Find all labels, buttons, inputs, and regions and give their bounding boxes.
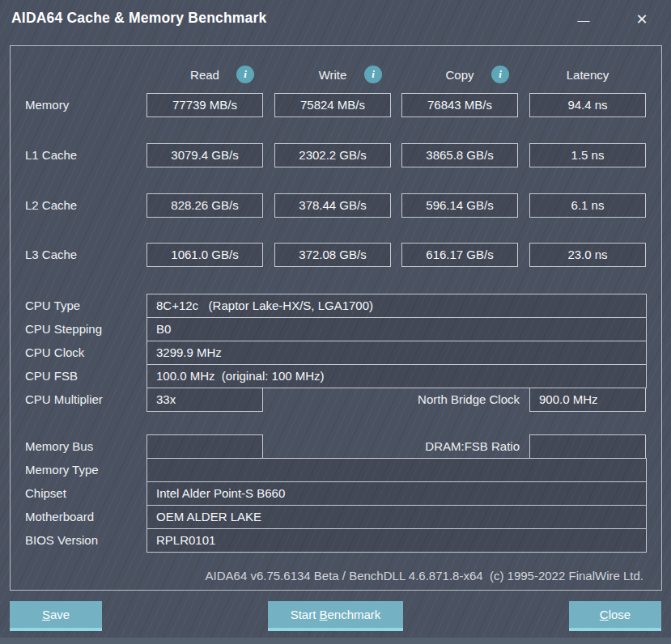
column-header-copy: Copy i xyxy=(401,66,518,86)
benchmark-window: { "window": { "title": "AIDA64 Cache & M… xyxy=(0,0,671,644)
bios-version-row: BIOS Version RPLR0101 xyxy=(11,528,661,553)
memory-bus-label: Memory Bus xyxy=(25,434,93,459)
memory-type-label: Memory Type xyxy=(25,458,99,482)
l3-write-value: 372.08 GB/s xyxy=(274,243,391,267)
copy-header-label: Copy xyxy=(445,68,474,82)
motherboard-value: OEM ALDER LAKE xyxy=(147,505,647,529)
read-header-label: Read xyxy=(190,68,219,82)
cpu-multiplier-label: CPU Multiplier xyxy=(25,388,103,412)
memory-bus-value xyxy=(147,434,263,459)
row-label-l2-cache: L2 Cache xyxy=(25,193,77,218)
chipset-row: Chipset Intel Alder Point-S B660 xyxy=(11,481,661,506)
l2-write-value: 378.44 GB/s xyxy=(274,193,391,218)
motherboard-label: Motherboard xyxy=(25,505,94,529)
memory-type-row: Memory Type xyxy=(11,458,661,482)
cpu-clock-value: 3299.9 MHz xyxy=(147,341,647,365)
start-benchmark-button[interactable]: Start Benchmark xyxy=(268,601,403,631)
dram-fsb-ratio-value xyxy=(529,434,646,459)
row-label-l1-cache: L1 Cache xyxy=(25,143,77,167)
info-icon-read[interactable]: i xyxy=(236,66,254,83)
minimize-icon: — xyxy=(578,13,590,27)
column-header-latency: Latency xyxy=(529,66,646,86)
info-icon-write[interactable]: i xyxy=(364,66,382,83)
cpu-fsb-label: CPU FSB xyxy=(25,364,78,388)
close-icon: ✕ xyxy=(635,11,648,28)
benchmark-row-l1: L1 Cache 3079.4 GB/s 2302.2 GB/s 3865.8 … xyxy=(11,143,661,167)
l1-copy-value: 3865.8 GB/s xyxy=(401,143,518,167)
window-bottom-edge xyxy=(0,638,671,644)
cpu-type-label: CPU Type xyxy=(25,294,80,318)
benchmark-row-l2: L2 Cache 828.26 GB/s 378.44 GB/s 596.14 … xyxy=(11,193,661,218)
memory-latency-value: 94.4 ns xyxy=(529,93,646,117)
info-icon-copy[interactable]: i xyxy=(491,66,509,83)
l1-write-value: 2302.2 GB/s xyxy=(274,143,391,167)
minimize-button[interactable]: — xyxy=(569,6,598,32)
write-header-label: Write xyxy=(319,68,347,82)
cpu-fsb-value: 100.0 MHz (original: 100 MHz) xyxy=(147,364,647,388)
chipset-label: Chipset xyxy=(25,481,66,506)
cpu-stepping-label: CPU Stepping xyxy=(25,317,102,341)
close-button[interactable]: ✕ xyxy=(627,6,656,32)
memory-bus-row: Memory Bus DRAM:FSB Ratio xyxy=(11,434,661,459)
motherboard-row: Motherboard OEM ALDER LAKE xyxy=(11,505,661,529)
save-button[interactable]: Save xyxy=(10,601,102,631)
l2-latency-value: 6.1 ns xyxy=(529,193,646,218)
dram-fsb-ratio-label: DRAM:FSB Ratio xyxy=(270,434,520,459)
row-label-l3-cache: L3 Cache xyxy=(25,243,77,267)
cpu-clock-row: CPU Clock 3299.9 MHz xyxy=(11,341,661,365)
bios-version-value: RPLR0101 xyxy=(147,528,647,553)
l3-read-value: 1061.0 GB/s xyxy=(147,243,263,267)
l1-read-value: 3079.4 GB/s xyxy=(147,143,263,167)
titlebar: AIDA64 Cache & Memory Benchmark — ✕ xyxy=(0,0,671,39)
latency-header-label: Latency xyxy=(567,68,609,82)
north-bridge-clock-label: North Bridge Clock xyxy=(270,388,520,412)
memory-read-value: 77739 MB/s xyxy=(147,93,263,117)
cpu-type-value: 8C+12c (Raptor Lake-HX/S, LGA1700) xyxy=(147,294,647,318)
l1-latency-value: 1.5 ns xyxy=(529,143,646,167)
content-panel: Read i Write i Copy i Latency Memory 777… xyxy=(10,45,662,591)
chipset-value: Intel Alder Point-S B660 xyxy=(147,481,647,506)
benchmark-row-memory: Memory 77739 MB/s 75824 MB/s 76843 MB/s … xyxy=(11,93,661,117)
memory-write-value: 75824 MB/s xyxy=(274,93,391,117)
column-header-write: Write i xyxy=(274,66,391,86)
cpu-multiplier-row: CPU Multiplier 33x North Bridge Clock 90… xyxy=(11,388,661,412)
l2-copy-value: 596.14 GB/s xyxy=(401,193,518,218)
memory-copy-value: 76843 MB/s xyxy=(401,93,518,117)
row-label-memory: Memory xyxy=(25,93,69,117)
close-dialog-button[interactable]: Close xyxy=(569,601,661,631)
l2-read-value: 828.26 GB/s xyxy=(147,193,263,218)
column-header-read: Read i xyxy=(147,66,263,86)
l3-copy-value: 616.17 GB/s xyxy=(401,243,518,267)
cpu-clock-label: CPU Clock xyxy=(25,341,84,365)
cpu-type-row: CPU Type 8C+12c (Raptor Lake-HX/S, LGA17… xyxy=(11,294,661,318)
cpu-fsb-row: CPU FSB 100.0 MHz (original: 100 MHz) xyxy=(11,364,661,388)
window-title: AIDA64 Cache & Memory Benchmark xyxy=(11,10,266,27)
north-bridge-clock-value: 900.0 MHz xyxy=(529,388,646,412)
benchmark-row-l3: L3 Cache 1061.0 GB/s 372.08 GB/s 616.17 … xyxy=(11,243,661,267)
cpu-stepping-value: B0 xyxy=(147,317,647,341)
bios-version-label: BIOS Version xyxy=(25,528,98,553)
l3-latency-value: 23.0 ns xyxy=(529,243,646,267)
version-footer: AIDA64 v6.75.6134 Beta / BenchDLL 4.6.87… xyxy=(206,569,643,583)
cpu-multiplier-value: 33x xyxy=(147,388,263,412)
memory-type-value xyxy=(147,458,647,482)
cpu-stepping-row: CPU Stepping B0 xyxy=(11,317,661,341)
